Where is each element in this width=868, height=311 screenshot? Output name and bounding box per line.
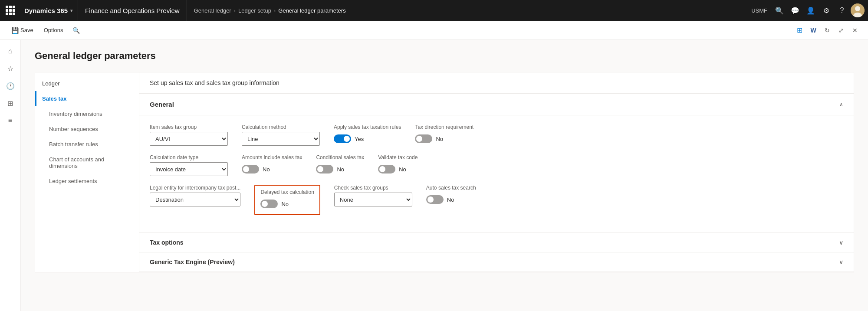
- tax-options-section: Tax options ∨: [139, 233, 854, 252]
- calculation-method-select[interactable]: Line Total Whole amount: [242, 132, 320, 146]
- apply-sales-tax-rules-toggle[interactable]: [334, 134, 351, 143]
- settings-icon-btn[interactable]: ⚙: [819, 3, 833, 17]
- main-container: ⌂ ☆ 🕐 ⊞ ≡ General ledger parameters Ledg…: [0, 40, 868, 311]
- legal-entity-intercompany-field: Legal entity for intercompany tax post..…: [150, 185, 240, 215]
- conditional-sales-tax-value: No: [337, 166, 344, 173]
- side-star-icon[interactable]: ☆: [3, 61, 18, 76]
- breadcrumb-sep-2: ›: [274, 7, 276, 14]
- tax-direction-requirement-field: Tax direction requirement No: [415, 124, 473, 146]
- nav-item-chart-of-accounts[interactable]: Chart of accounts and dimensions: [35, 152, 139, 174]
- validate-tax-code-toggle-row: No: [378, 162, 418, 176]
- chat-icon-btn[interactable]: 💬: [788, 3, 802, 17]
- nav-item-sales-tax[interactable]: Sales tax: [35, 91, 139, 106]
- tax-direction-requirement-label: Tax direction requirement: [415, 124, 473, 130]
- amounts-include-toggle-row: No: [242, 162, 302, 176]
- apply-sales-tax-rules-field: Apply sales tax taxation rules Yes: [334, 124, 401, 146]
- app-name[interactable]: Dynamics 365 ▾: [19, 0, 78, 21]
- conditional-sales-tax-toggle[interactable]: [316, 165, 333, 174]
- delayed-tax-calculation-toggle[interactable]: [260, 200, 278, 208]
- calculation-date-type-label: Calculation date type: [150, 154, 228, 160]
- search-icon-btn[interactable]: 🔍: [773, 3, 786, 17]
- legal-entity-intercompany-label: Legal entity for intercompany tax post..…: [150, 185, 240, 191]
- item-sales-tax-group-select[interactable]: AU/VI AU VI: [150, 132, 228, 146]
- delayed-tax-calculation-field: Delayed tax calculation No: [254, 185, 320, 215]
- general-section-header[interactable]: General ∧: [139, 94, 854, 115]
- person-circle-icon-btn[interactable]: 👤: [804, 3, 818, 17]
- toolbar: 💾 Save Options 🔍 ⊞ W ↻ ⤢ ✕: [0, 21, 868, 40]
- validate-tax-code-toggle[interactable]: [378, 165, 395, 174]
- toolbar-blue-icon[interactable]: ⊞: [793, 24, 806, 36]
- toolbar-right: ⊞ W ↻ ⤢ ✕: [793, 24, 861, 36]
- tax-direction-requirement-value: No: [436, 136, 443, 142]
- apply-sales-tax-rules-value: Yes: [355, 136, 364, 142]
- nav-item-batch-transfer[interactable]: Batch transfer rules: [35, 137, 139, 152]
- breadcrumb-sep-1: ›: [234, 7, 236, 14]
- waffle-button[interactable]: [3, 3, 17, 17]
- tax-options-header[interactable]: Tax options ∨: [139, 233, 854, 252]
- auto-sales-tax-search-value: No: [447, 196, 454, 203]
- conditional-sales-tax-toggle-row: No: [316, 162, 364, 176]
- generic-tax-engine-title: Generic Tax Engine (Preview): [150, 259, 235, 265]
- general-section-title: General: [150, 101, 174, 108]
- content-area: General ledger parameters Ledger Sales t…: [21, 40, 868, 311]
- breadcrumb-ledger-setup[interactable]: Ledger setup: [238, 7, 271, 14]
- amounts-include-value: No: [263, 166, 270, 173]
- side-grid-icon[interactable]: ⊞: [3, 95, 18, 111]
- toolbar-refresh-icon[interactable]: ↻: [821, 24, 833, 36]
- left-nav: Ledger Sales tax Inventory dimensions Nu…: [35, 72, 139, 272]
- form-row-2: Calculation date type Invoice date Docum…: [150, 154, 843, 176]
- breadcrumb: General ledger › Ledger setup › General …: [187, 7, 751, 14]
- validate-tax-code-value: No: [399, 166, 406, 173]
- top-nav-right: USMF 🔍 💬 👤 ⚙ ?: [751, 3, 865, 17]
- toolbar-expand-icon[interactable]: ⤢: [835, 24, 847, 36]
- toolbar-close-icon[interactable]: ✕: [849, 24, 861, 36]
- tax-direction-requirement-toggle[interactable]: [415, 134, 432, 143]
- toolbar-word-icon[interactable]: W: [807, 24, 819, 36]
- generic-tax-engine-chevron-icon: ∨: [839, 259, 843, 265]
- side-icons: ⌂ ☆ 🕐 ⊞ ≡: [0, 40, 21, 311]
- apply-sales-tax-rules-label: Apply sales tax taxation rules: [334, 124, 401, 130]
- org-label: USMF: [751, 7, 767, 14]
- calculation-method-field: Calculation method Line Total Whole amou…: [242, 124, 320, 146]
- side-home-icon[interactable]: ⌂: [3, 43, 18, 59]
- options-button[interactable]: Options: [39, 25, 68, 35]
- nav-item-ledger[interactable]: Ledger: [35, 76, 139, 91]
- legal-entity-intercompany-select[interactable]: Destination Source: [150, 193, 240, 206]
- validate-tax-code-label: Validate tax code: [378, 154, 418, 160]
- amounts-include-toggle[interactable]: [242, 165, 259, 174]
- save-button[interactable]: 💾 Save: [7, 25, 38, 36]
- check-sales-tax-groups-select[interactable]: None Warning Error: [334, 193, 412, 206]
- delayed-tax-calculation-label: Delayed tax calculation: [260, 189, 314, 195]
- svg-point-1: [855, 6, 860, 11]
- form-row-1: Item sales tax group AU/VI AU VI Calcula…: [150, 124, 843, 146]
- check-sales-tax-groups-label: Check sales tax groups: [334, 185, 412, 191]
- tax-options-title: Tax options: [150, 239, 184, 246]
- general-section-body: Item sales tax group AU/VI AU VI Calcula…: [139, 115, 854, 233]
- save-icon: 💾: [11, 27, 19, 34]
- nav-item-inventory-dimensions[interactable]: Inventory dimensions: [35, 106, 139, 121]
- delayed-tax-calculation-value: No: [281, 201, 289, 207]
- module-name: Finance and Operations Preview: [78, 0, 187, 21]
- amounts-include-sales-tax-label: Amounts include sales tax: [242, 154, 302, 160]
- tax-direction-requirement-toggle-row: No: [415, 132, 473, 146]
- form-layout: Ledger Sales tax Inventory dimensions Nu…: [35, 72, 854, 272]
- check-sales-tax-groups-field: Check sales tax groups None Warning Erro…: [334, 185, 412, 215]
- nav-item-ledger-settlements[interactable]: Ledger settlements: [35, 174, 139, 189]
- auto-sales-tax-search-toggle[interactable]: [426, 195, 444, 204]
- side-recent-icon[interactable]: 🕐: [3, 78, 18, 94]
- help-icon-btn[interactable]: ?: [835, 3, 849, 17]
- avatar[interactable]: [851, 3, 865, 17]
- breadcrumb-general-ledger[interactable]: General ledger: [194, 7, 231, 14]
- validate-tax-code-field: Validate tax code No: [378, 154, 418, 176]
- generic-tax-engine-header[interactable]: Generic Tax Engine (Preview) ∨: [139, 252, 854, 272]
- page-title: General ledger parameters: [35, 50, 854, 62]
- conditional-sales-tax-label: Conditional sales tax: [316, 154, 364, 160]
- top-nav: Dynamics 365 ▾ Finance and Operations Pr…: [0, 0, 868, 21]
- conditional-sales-tax-field: Conditional sales tax No: [316, 154, 364, 176]
- app-chevron-icon: ▾: [70, 8, 72, 13]
- toolbar-search-button[interactable]: 🔍: [69, 24, 83, 36]
- auto-sales-tax-search-label: Auto sales tax search: [426, 185, 476, 191]
- calculation-date-type-select[interactable]: Invoice date Document date Payment date: [150, 162, 228, 176]
- nav-item-number-sequences[interactable]: Number sequences: [35, 121, 139, 137]
- side-list-icon[interactable]: ≡: [3, 113, 18, 128]
